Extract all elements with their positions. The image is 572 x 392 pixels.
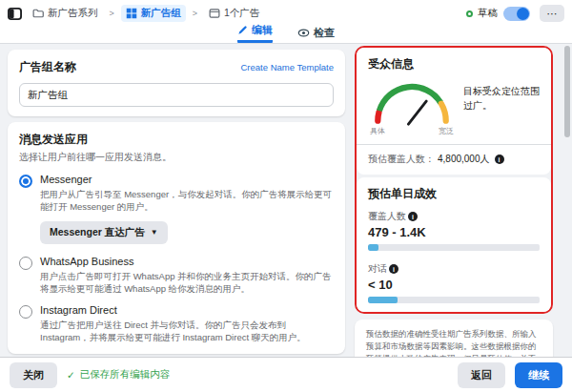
top-header: 新广告系列 > 新广告组 > 1个广告 草稿 ⋯ 编辑 [0, 0, 572, 44]
folder-icon [32, 8, 44, 19]
gauge-arc [368, 78, 456, 126]
option-whatsapp-name[interactable]: WhatsApp Business [40, 256, 334, 267]
gauge-needle [408, 101, 426, 124]
metric-conversations: 对话 < 10 [368, 262, 540, 303]
estimated-reach-label: 预估覆盖人数： [368, 153, 435, 166]
radio-instagram[interactable] [19, 305, 32, 319]
eye-icon [297, 27, 310, 39]
continue-button[interactable]: 继续 [515, 362, 562, 388]
edit-panel: 广告组名称 Create Name Template 消息发送应用 选择让用户前… [8, 50, 345, 392]
radio-messenger[interactable] [19, 175, 32, 188]
breadcrumb-separator: > [192, 9, 198, 18]
messaging-apps-card: 消息发送应用 选择让用户前往哪一应用发送消息。 Messenger 把用户从广告… [8, 122, 345, 354]
grid-icon [126, 8, 137, 19]
info-icon[interactable] [389, 264, 398, 274]
breadcrumb-ad-label: 1个广告 [224, 7, 259, 20]
saved-status-label: 已保存所有编辑内容 [80, 368, 171, 382]
metric-reach-bar [368, 244, 540, 251]
ad-icon [209, 8, 220, 19]
draft-label: 草稿 [478, 7, 498, 20]
audience-alert-box: 受众信息 具体 宽泛 目标受众定位范围过广。 [355, 46, 553, 314]
messaging-apps-title: 消息发送应用 [19, 132, 334, 148]
footer-bar: 关闭 ✓ 已保存所有编辑内容 返回 继续 [0, 357, 572, 392]
metric-reach: 覆盖人数 479 - 1.4K [368, 210, 540, 251]
breadcrumb-adset[interactable]: 新广告组 [121, 5, 186, 22]
draft-toggle[interactable] [503, 7, 530, 21]
ad-set-name-card: 广告组名称 Create Name Template [8, 50, 345, 116]
breadcrumb-campaign-label: 新广告系列 [48, 7, 98, 20]
divider [357, 144, 551, 145]
draft-status-icon [466, 10, 473, 17]
gauge-label-broad: 宽泛 [439, 126, 454, 136]
create-name-template-link[interactable]: Create Name Template [240, 62, 334, 72]
tab-edit[interactable]: 编辑 [237, 23, 273, 43]
daily-results-card: 预估单日成效 覆盖人数 479 - 1.4K 对话 < 10 [357, 177, 551, 312]
breadcrumb-separator: > [109, 9, 115, 18]
messenger-ad-type-label: Messenger 直达广告 [50, 226, 145, 239]
metric-conversations-label: 对话 [368, 262, 387, 276]
audience-card: 受众信息 具体 宽泛 目标受众定位范围过广。 [357, 48, 551, 175]
option-instagram-description: 通过广告把用户送往 Direct 并与你对话。你的广告只会发布到 Instagr… [40, 319, 334, 344]
breadcrumb-ad[interactable]: 1个广告 [204, 5, 264, 22]
metric-conversations-bar-fill [368, 297, 398, 303]
metric-conversations-bar [368, 297, 540, 303]
info-icon[interactable] [495, 155, 504, 164]
audience-title: 受众信息 [368, 56, 540, 72]
option-instagram: Instagram Direct 通过广告把用户送往 Direct 并与你对话。… [19, 304, 334, 344]
saved-status: ✓ 已保存所有编辑内容 [67, 368, 170, 382]
metric-reach-label: 覆盖人数 [368, 210, 406, 223]
close-button[interactable]: 关闭 [10, 362, 57, 388]
tab-review[interactable]: 检查 [297, 26, 335, 43]
option-instagram-name[interactable]: Instagram Direct [40, 304, 334, 316]
info-icon[interactable] [408, 212, 418, 221]
more-options-button[interactable]: ⋯ [540, 5, 564, 22]
tab-review-label: 检查 [314, 26, 335, 40]
draft-status: 草稿 [466, 7, 498, 20]
breadcrumb-campaign[interactable]: 新广告系列 [28, 5, 103, 22]
messenger-ad-type-dropdown[interactable]: Messenger 直达广告 ▼ [40, 221, 168, 244]
tab-bar: 编辑 检查 [0, 27, 572, 43]
tab-edit-label: 编辑 [252, 23, 273, 37]
estimated-reach-value: 4,800,000人 [438, 153, 490, 166]
audience-gauge: 具体 宽泛 [368, 78, 456, 136]
check-icon: ✓ [67, 369, 75, 381]
ad-set-name-input[interactable] [19, 83, 334, 107]
ad-set-name-title: 广告组名称 [19, 59, 76, 75]
estimates-panel: 受众信息 具体 宽泛 目标受众定位范围过广。 [355, 46, 553, 392]
vertical-scrollbar[interactable] [563, 44, 571, 357]
breadcrumb-adset-label: 新广告组 [141, 7, 181, 20]
toggle-knob [517, 8, 529, 20]
messaging-apps-subtitle: 选择让用户前往哪一应用发送消息。 [19, 151, 334, 164]
gauge-label-specific: 具体 [370, 126, 385, 136]
chevron-down-icon: ▼ [151, 228, 158, 237]
daily-results-title: 预估单日成效 [368, 186, 540, 202]
breadcrumb: 新广告系列 > 新广告组 > 1个广告 草稿 ⋯ [0, 0, 572, 27]
option-whatsapp-description: 用户点击广告即可打开 WhatsApp 并和你的业务主页开始对话。你的广告将显示… [40, 270, 334, 296]
metric-conversations-value: < 10 [368, 278, 540, 292]
audience-message: 目标受众定位范围过广。 [463, 78, 540, 136]
option-messenger: Messenger 把用户从广告引导至 Messenger，与你发起对话。你的广… [19, 174, 334, 214]
metric-reach-value: 479 - 1.4K [368, 225, 540, 239]
radio-whatsapp[interactable] [19, 257, 32, 270]
pencil-icon [237, 25, 248, 35]
scrollbar-thumb[interactable] [564, 46, 570, 137]
sidebar-toggle-icon[interactable] [8, 7, 22, 21]
option-whatsapp: WhatsApp Business 用户点击广告即可打开 WhatsApp 并和… [19, 256, 334, 296]
option-messenger-description: 把用户从广告引导至 Messenger，与你发起对话。你的广告将展示给更可能打开… [40, 188, 334, 214]
metric-reach-bar-fill [368, 244, 378, 251]
back-button[interactable]: 返回 [458, 362, 505, 388]
option-messenger-name[interactable]: Messenger [40, 174, 334, 185]
